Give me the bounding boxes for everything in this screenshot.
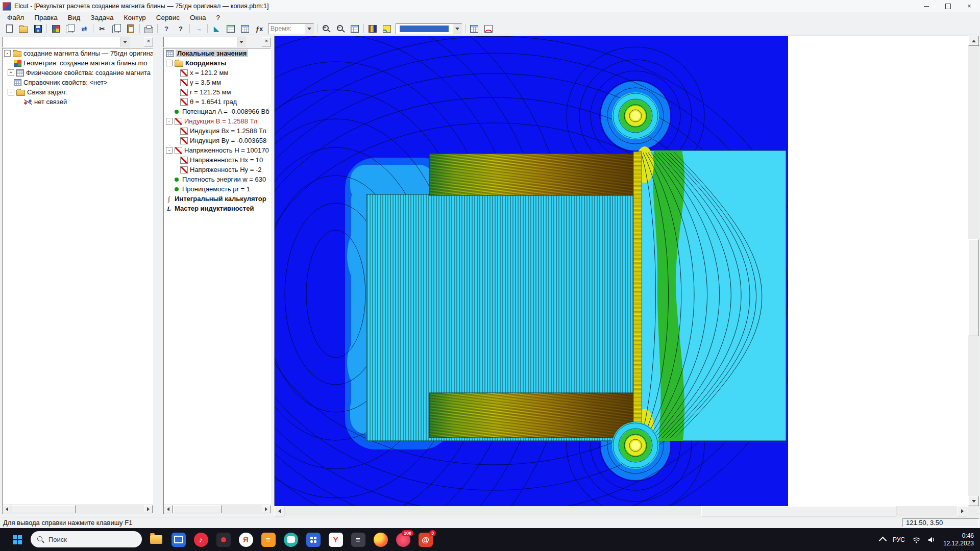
scroll-left-button[interactable] bbox=[274, 506, 284, 516]
paste-button[interactable] bbox=[124, 22, 138, 35]
taskbar-app-browser[interactable] bbox=[372, 531, 389, 548]
taskbar-app-recorder[interactable] bbox=[214, 531, 232, 548]
tree-item-induction-x[interactable]: Индукция Bx = 1.2588 Тл bbox=[164, 126, 271, 136]
problem-properties-button[interactable] bbox=[48, 22, 63, 35]
language-indicator[interactable]: РУС bbox=[893, 536, 905, 543]
link-tasks-button[interactable]: ⇄ bbox=[77, 22, 91, 35]
values-panel-combobox[interactable] bbox=[163, 37, 246, 47]
help-button[interactable]: ? bbox=[159, 22, 174, 35]
zoom-extents-button[interactable] bbox=[348, 22, 362, 35]
collapse-icon[interactable]: - bbox=[166, 118, 173, 124]
chevron-down-icon[interactable] bbox=[237, 37, 246, 47]
results-table-button[interactable] bbox=[238, 22, 252, 35]
cut-button[interactable]: ✂ bbox=[95, 22, 109, 35]
tree-item-induction[interactable]: - Индукция B = 1.2588 Тл bbox=[164, 116, 271, 126]
minimize-button[interactable] bbox=[916, 0, 937, 12]
tree-item-theta[interactable]: θ = 1.6541 град bbox=[164, 97, 271, 107]
tree-item-task-links[interactable]: - Связи задач: bbox=[3, 87, 153, 97]
values-panel-close-button[interactable]: × bbox=[262, 37, 271, 46]
tree-item-strength[interactable]: - Напряженность H = 100170 bbox=[164, 145, 271, 155]
project-panel-combobox[interactable] bbox=[2, 37, 130, 47]
table-window-button[interactable] bbox=[467, 22, 481, 35]
plot-hscrollbar[interactable] bbox=[274, 506, 967, 516]
tree-item-project-root[interactable]: - создание магнита блины — 75гдн оригина… bbox=[3, 48, 153, 58]
hidden-icons-chevron[interactable] bbox=[879, 537, 887, 545]
expand-icon[interactable]: + bbox=[8, 69, 14, 76]
taskbar-app-yandex-browser[interactable]: Я bbox=[237, 531, 255, 548]
scroll-left-button[interactable] bbox=[3, 505, 11, 513]
maximize-button[interactable] bbox=[937, 0, 959, 12]
scroll-down-button[interactable] bbox=[968, 496, 979, 506]
taskbar-clock[interactable]: 0:46 12.12.2023 bbox=[943, 532, 974, 547]
menu-problem[interactable]: Задача bbox=[85, 13, 118, 22]
wifi-icon[interactable] bbox=[912, 536, 921, 543]
scroll-right-button[interactable] bbox=[262, 505, 271, 513]
field-picture-button[interactable] bbox=[380, 22, 394, 35]
tree-item-r[interactable]: r = 121.25 мм bbox=[164, 87, 271, 97]
duplicate-button[interactable] bbox=[63, 22, 77, 35]
taskbar-app-store[interactable] bbox=[169, 531, 187, 548]
formula-button[interactable]: ƒx bbox=[252, 22, 266, 35]
tree-item-y[interactable]: y = 3.5 мм bbox=[164, 78, 271, 87]
taskbar-search[interactable]: Поиск bbox=[31, 531, 142, 547]
scrollbar-thumb[interactable] bbox=[173, 505, 222, 513]
project-tree-hscrollbar[interactable] bbox=[3, 505, 153, 514]
taskbar-app-music[interactable]: ♪ bbox=[192, 531, 210, 548]
collapse-icon[interactable]: - bbox=[166, 147, 173, 154]
close-button[interactable]: × bbox=[959, 0, 980, 12]
menu-file[interactable]: Файл bbox=[2, 13, 29, 22]
color-scale-button[interactable] bbox=[365, 22, 380, 35]
scroll-right-button[interactable] bbox=[144, 505, 153, 513]
scroll-up-button[interactable] bbox=[968, 36, 979, 46]
menu-view[interactable]: Вид bbox=[63, 13, 85, 22]
menu-windows[interactable]: Окна bbox=[185, 13, 211, 22]
taskbar-app-yandex-search[interactable]: Y bbox=[327, 531, 345, 548]
chevron-down-icon[interactable] bbox=[305, 24, 313, 34]
taskbar-app-tools[interactable]: ≡ bbox=[349, 531, 367, 548]
tree-item-potential[interactable]: Потенциал A = -0.008966 Вб bbox=[164, 107, 271, 116]
tree-item-no-links[interactable]: нет связей bbox=[3, 97, 153, 107]
tree-item-coordinates[interactable]: - Координаты bbox=[164, 58, 271, 68]
tree-item-integral-calculator[interactable]: ∫ Интегральный калькулятор bbox=[164, 194, 271, 204]
tree-item-strength-x[interactable]: Напряженность Hx = 10 bbox=[164, 155, 271, 165]
taskbar-app-messenger[interactable] bbox=[282, 531, 300, 548]
taskbar-app-grid[interactable] bbox=[304, 531, 322, 548]
tree-item-physical-properties[interactable]: + Физические свойства: создание магнита bbox=[3, 68, 153, 78]
values-tree-hscrollbar[interactable] bbox=[164, 505, 271, 514]
scroll-left-button[interactable] bbox=[164, 505, 173, 513]
taskbar-app-social[interactable]: 100 bbox=[394, 531, 412, 548]
scrollbar-thumb[interactable] bbox=[968, 239, 979, 336]
chevron-down-icon[interactable] bbox=[120, 37, 129, 47]
forward-button[interactable]: → bbox=[191, 22, 206, 35]
collapse-icon[interactable]: - bbox=[4, 50, 11, 57]
menu-tools[interactable]: Сервис bbox=[151, 13, 185, 22]
copy-button[interactable] bbox=[109, 22, 124, 35]
scroll-right-button[interactable] bbox=[957, 506, 967, 516]
scrollbar-thumb[interactable] bbox=[12, 505, 76, 513]
zoom-out-button[interactable]: − bbox=[333, 22, 348, 35]
plot-window-button[interactable] bbox=[481, 22, 496, 35]
field-view-select[interactable] bbox=[396, 23, 462, 34]
context-help-button[interactable]: ? bbox=[174, 22, 188, 35]
menu-contour[interactable]: Контур bbox=[119, 13, 151, 22]
volume-icon[interactable] bbox=[928, 536, 936, 543]
tree-item-local-values[interactable]: Локальные значения bbox=[164, 48, 271, 58]
project-panel-close-button[interactable]: × bbox=[144, 37, 153, 46]
tree-item-permeability[interactable]: Проницаемость μr = 1 bbox=[164, 184, 271, 194]
scrollbar-thumb[interactable] bbox=[701, 506, 896, 516]
tree-item-property-library[interactable]: Справочник свойств: <нет> bbox=[3, 78, 153, 87]
menu-edit[interactable]: Правка bbox=[29, 13, 63, 22]
open-file-button[interactable] bbox=[16, 22, 31, 35]
menu-help[interactable]: ? bbox=[211, 13, 225, 22]
taskbar-app-files[interactable]: ≡ bbox=[259, 531, 277, 548]
new-file-button[interactable] bbox=[2, 22, 16, 35]
plot-vscrollbar[interactable] bbox=[968, 36, 979, 506]
save-button[interactable] bbox=[31, 22, 45, 35]
taskbar-app-mail[interactable]: @ 3 bbox=[416, 531, 434, 548]
print-button[interactable] bbox=[141, 22, 156, 35]
chevron-down-icon[interactable] bbox=[453, 24, 461, 34]
data-table-button[interactable] bbox=[224, 22, 238, 35]
geometry-view-button[interactable]: ◣ bbox=[209, 22, 224, 35]
tree-item-geometry[interactable]: Геометрия: создание магнита блины.mo bbox=[3, 58, 153, 68]
tree-item-energy-density[interactable]: Плотность энергии w = 630 bbox=[164, 174, 271, 184]
